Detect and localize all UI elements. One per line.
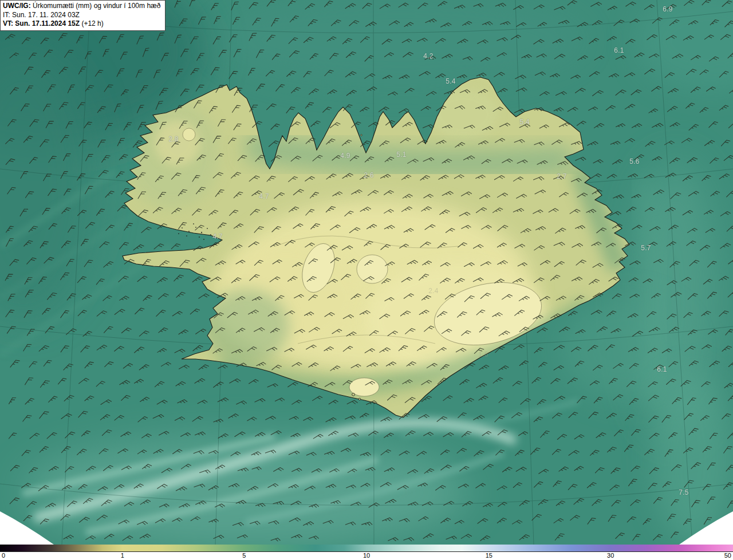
- map-canvas: [0, 0, 733, 545]
- model-id: UWC/IG:: [3, 2, 31, 10]
- colorbar-tick-label: 0: [2, 552, 5, 559]
- colorbar-tick-label: 10: [363, 552, 370, 559]
- colorbar-tick-label: 50: [724, 552, 731, 559]
- init-value: Sun. 17. 11. 2024 03Z: [12, 11, 80, 19]
- colorbar-ticks: 01510153050: [0, 545, 733, 560]
- colorbar-tick-label: 15: [486, 552, 492, 559]
- colorbar-tick-label: 1: [121, 552, 124, 559]
- init-label: IT:: [3, 11, 10, 19]
- map-title: Úrkomumætti (mm) og vindur í 100m hæð: [33, 2, 160, 10]
- weather-map-app: 6.96.14.25.45.42.84.95.15.62.62.74.74.75…: [0, 0, 733, 560]
- map-area: 6.96.14.25.45.42.84.95.15.62.62.74.74.75…: [0, 0, 733, 545]
- title-box: UWC/IG: Úrkomumætti (mm) og vindur í 100…: [0, 0, 165, 31]
- valid-time-line: VT: Sun. 17.11.2024 15Z (+12 h): [3, 19, 160, 29]
- valid-value: Sun. 17.11.2024 15Z: [15, 19, 80, 27]
- valid-label: VT:: [3, 19, 13, 27]
- title-line: UWC/IG: Úrkomumætti (mm) og vindur í 100…: [3, 2, 160, 11]
- valid-offset: (+12 h): [81, 19, 103, 27]
- colorbar: 01510153050: [0, 545, 733, 560]
- init-time-line: IT: Sun. 17. 11. 2024 03Z: [3, 11, 160, 20]
- colorbar-tick-label: 30: [607, 552, 614, 559]
- colorbar-tick-label: 5: [242, 552, 246, 559]
